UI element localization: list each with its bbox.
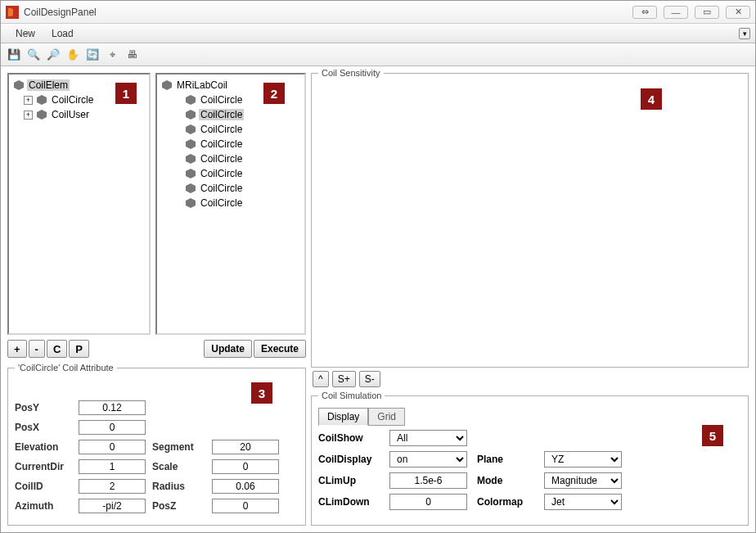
label-elevation: Elevation [15, 441, 72, 453]
annotation-marker-2: 2 [263, 83, 285, 104]
tab-grid[interactable]: Grid [368, 408, 405, 426]
coil-sensitivity-panel: Coil Sensitivity 4 [311, 73, 749, 368]
input-posx[interactable] [79, 420, 146, 435]
menu-chevron-icon[interactable]: ▾ [739, 28, 750, 39]
scale-minus-button[interactable]: S- [359, 371, 380, 387]
cube-icon [186, 198, 196, 208]
window-help-button[interactable]: ⇔ [632, 6, 657, 19]
copy-button[interactable]: C [47, 340, 67, 358]
rotate-icon[interactable]: 🔄 [84, 47, 101, 63]
select-mode[interactable]: Magnitude [544, 472, 622, 489]
tree-root-label: CoilElem [27, 79, 70, 91]
paste-button[interactable]: P [69, 340, 89, 358]
tree-root-label: MRiLabCoil [175, 79, 229, 91]
input-currentdir[interactable] [79, 459, 146, 474]
cube-icon [162, 80, 172, 90]
cube-icon [37, 110, 47, 120]
label-coilshow: CoilShow [318, 432, 380, 444]
input-climup[interactable] [389, 472, 467, 489]
tree-item-coilcircle[interactable]: CoilCircle [159, 181, 303, 196]
expand-icon[interactable]: + [24, 96, 33, 105]
select-coilshow[interactable]: All [389, 430, 467, 446]
label-radius: Radius [152, 481, 205, 492]
datacursor-icon[interactable]: ⌖ [104, 47, 120, 63]
input-posy[interactable] [79, 400, 146, 415]
label-posy: PosY [15, 402, 72, 413]
remove-button[interactable]: - [29, 340, 45, 358]
tree-item-label: CoilUser [50, 109, 91, 120]
expand-icon[interactable]: + [24, 111, 33, 120]
annotation-marker-5: 5 [702, 425, 723, 446]
window-minimize-button[interactable]: ― [664, 6, 688, 19]
label-climdown: CLimDown [318, 496, 380, 508]
tree-item-label: CoilCircle [50, 94, 95, 106]
cube-icon [186, 124, 196, 134]
label-posx: PosX [15, 422, 72, 433]
cube-icon [186, 154, 196, 164]
input-posz[interactable] [212, 499, 279, 513]
menu-load[interactable]: Load [43, 26, 82, 41]
tree-item-coilcircle[interactable]: CoilCircle [159, 137, 303, 151]
tree-item-label: CoilCircle [199, 153, 244, 165]
toolbar: 💾 🔍 🔎 ✋ 🔄 ⌖ 🖶 [1, 43, 755, 66]
input-segment[interactable] [212, 440, 279, 454]
select-plane[interactable]: YZ [544, 451, 622, 468]
menu-new[interactable]: New [7, 26, 43, 41]
tab-display[interactable]: Display [318, 408, 368, 426]
app-icon [6, 6, 19, 19]
tree-item-label: CoilCircle [199, 109, 244, 120]
print-icon[interactable]: 🖶 [124, 47, 140, 63]
label-posz: PosZ [152, 500, 205, 512]
coil-config-tree[interactable]: MRiLabCoil CoilCircleCoilCircleCoilCircl… [155, 73, 306, 335]
tree-item-coilcircle[interactable]: CoilCircle [159, 151, 303, 166]
label-azimuth: Azimuth [15, 500, 72, 512]
label-plane: Plane [477, 454, 534, 465]
select-coildisplay[interactable]: on [389, 451, 467, 468]
zoom-out-icon[interactable]: 🔎 [45, 47, 61, 63]
tree-item-label: CoilCircle [199, 197, 244, 209]
plot-legend: Coil Sensitivity [318, 68, 384, 78]
label-climup: CLimUp [318, 475, 380, 486]
coil-simulation-panel: Coil Simulation 5 Display Grid CoilShow … [311, 391, 749, 526]
coil-elements-tree[interactable]: CoilElem + CoilCircle + CoilUser 1 [7, 73, 151, 335]
label-segment: Segment [152, 441, 205, 453]
input-radius[interactable] [212, 479, 279, 494]
annotation-marker-1: 1 [115, 83, 137, 104]
window-title: CoilDesignPanel [24, 7, 632, 18]
zoom-in-icon[interactable]: 🔍 [25, 47, 42, 63]
cube-icon [186, 110, 196, 120]
label-colormap: Colormap [477, 496, 534, 508]
menu-bar: New Load ▾ [1, 24, 755, 43]
execute-button[interactable]: Execute [254, 340, 306, 358]
cube-icon [186, 183, 196, 193]
label-mode: Mode [477, 475, 534, 486]
window-close-button[interactable]: ✕ [726, 6, 750, 19]
label-coilid: CoilID [15, 481, 72, 492]
select-colormap[interactable]: Jet [544, 494, 622, 510]
tree-item-label: CoilCircle [199, 124, 244, 135]
cube-icon [37, 95, 47, 105]
pan-icon[interactable]: ✋ [65, 47, 81, 63]
input-azimuth[interactable] [79, 499, 146, 513]
tree-item-label: CoilCircle [199, 138, 244, 150]
sim-legend: Coil Simulation [318, 391, 385, 400]
tree-item-coilcircle[interactable]: CoilCircle [159, 196, 303, 210]
tree-item-coilcircle[interactable]: CoilCircle [159, 166, 303, 181]
label-currentdir: CurrentDir [15, 461, 72, 472]
input-climdown[interactable] [389, 494, 467, 510]
input-elevation[interactable] [79, 440, 146, 454]
tree-item-label: CoilCircle [199, 183, 244, 194]
coil-attribute-panel: 'CoilCircle' Coil Attribute 3 PosY PosX … [7, 363, 306, 526]
tree-item-coilcircle[interactable]: CoilCircle [159, 107, 303, 122]
input-scale[interactable] [212, 459, 279, 474]
save-icon[interactable]: 💾 [6, 47, 22, 63]
input-coilid[interactable] [79, 479, 146, 494]
update-button[interactable]: Update [204, 340, 252, 358]
tree-item-coiluser[interactable]: + CoilUser [11, 107, 147, 122]
tree-item-coilcircle[interactable]: CoilCircle [159, 122, 303, 137]
coil-attribute-legend: 'CoilCircle' Coil Attribute [15, 363, 117, 373]
scale-plus-button[interactable]: S+ [332, 371, 356, 387]
add-button[interactable]: + [7, 340, 27, 358]
axis-up-button[interactable]: ^ [313, 371, 329, 387]
window-maximize-button[interactable]: ▭ [695, 6, 719, 19]
